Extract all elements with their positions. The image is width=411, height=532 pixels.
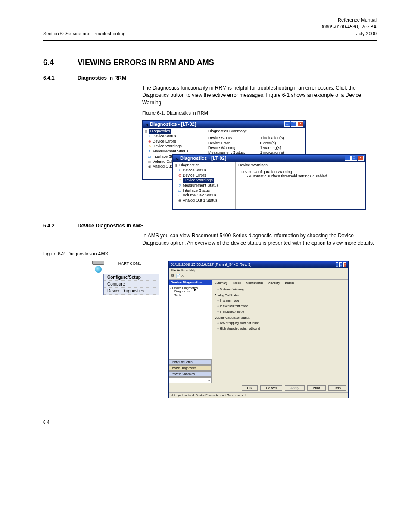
win1-title: Diagnostics - [LT-02] <box>150 121 196 127</box>
print-button[interactable]: Print <box>307 385 325 391</box>
ams-tabs[interactable]: Summary Failed Maintenance Advisory Deta… <box>215 281 346 284</box>
header-manual-title: Reference Manual <box>43 17 377 22</box>
diag-icon <box>174 163 178 168</box>
pointer-arrow <box>159 290 194 290</box>
tree-item[interactable]: Analog Out 1 Status <box>183 198 218 202</box>
tree-item[interactable]: Measurement Status <box>183 183 218 187</box>
minimize-button[interactable]: _ <box>336 262 338 267</box>
hart-com-label: HART COM1 <box>118 261 141 266</box>
ams-status-item: Low strapping point not found <box>217 320 346 326</box>
analog-out-icon <box>147 165 152 169</box>
close-button[interactable]: × <box>343 262 346 267</box>
help-button[interactable]: Help <box>328 385 346 391</box>
cancel-button[interactable]: Cancel <box>260 385 282 391</box>
nav-compare[interactable]: Compare <box>104 281 159 288</box>
error-icon <box>147 140 152 144</box>
win2-tree[interactable]: Diagnostics Device Status Device Errors … <box>173 162 236 209</box>
para2: In AMS you can view Rosemount 5400 Serie… <box>142 232 377 247</box>
ams-software-warning[interactable]: Software Warning <box>217 287 346 292</box>
ams-title-text: 01/19/2009 13:33:16.527 [Rsmnt_54xC Rev.… <box>171 262 251 267</box>
ams-tree-item[interactable]: Tools <box>170 293 210 297</box>
win2-title: Diagnostics - [LT-02] <box>180 156 226 161</box>
maximize-button[interactable]: □ <box>339 262 342 267</box>
summary-row: Device Warning:1 warning(s) <box>208 146 302 150</box>
apply-button[interactable]: Apply <box>285 385 305 391</box>
tree-item[interactable]: Device Status <box>153 134 177 138</box>
ams-group-analog-out: Analog Out Status <box>215 294 346 297</box>
ams-toolbar[interactable]: 🖶 📄 ⌂ <box>169 273 348 280</box>
minimize-button[interactable]: _ <box>284 121 290 127</box>
measurement-icon <box>147 149 152 154</box>
detail-title: Device Warnings: <box>238 163 363 167</box>
summary-row: Device Status:1 indication(s) <box>208 136 302 140</box>
header-doc-no: 00809-0100-4530, Rev BA <box>43 24 377 29</box>
tab-details[interactable]: Details <box>285 281 294 284</box>
ams-footer-buttons: OK Cancel Apply Print Help <box>169 383 348 392</box>
sub1-number: 6.4.1 <box>43 75 78 81</box>
info-icon <box>177 168 182 173</box>
tab-maintenance[interactable]: Maintenance <box>246 281 263 284</box>
detail-line: - Device Configuration Warning <box>238 170 363 174</box>
ams-btn-collapse[interactable]: ≡ <box>169 377 212 383</box>
ams-explorer-nav: HART COM1 Configure/Setup Compare Device… <box>90 261 159 290</box>
ams-left-tree[interactable]: ▫ Device Diagnostics Diagnostics Tools <box>169 285 212 359</box>
fig2-caption: Figure 6-2. Diagnostics in AMS <box>43 251 377 256</box>
maximize-button[interactable]: □ <box>351 156 357 161</box>
diag-icon <box>145 123 149 127</box>
ams-btn-configure[interactable]: Configure/Setup <box>169 359 212 365</box>
diag-icon <box>175 157 179 161</box>
maximize-button[interactable]: □ <box>291 121 297 127</box>
tree-item-selected[interactable]: Device Warnings <box>183 178 214 183</box>
summary-row: Device Error:0 error(s) <box>208 141 302 146</box>
nav-device-diagnostics[interactable]: Device Diagnostics <box>104 288 159 295</box>
error-icon <box>177 174 182 178</box>
tree-item[interactable]: Device Errors <box>183 173 206 177</box>
win2-titlebar[interactable]: Diagnostics - [LT-02] _ □ × <box>173 155 365 162</box>
ams-status-item: In multidrop mode <box>217 309 346 315</box>
win2-detail-pane: Device Warnings: - Device Configuration … <box>236 162 365 209</box>
ams-titlebar[interactable]: 01/19/2009 13:33:16.527 [Rsmnt_54xC Rev.… <box>169 261 348 268</box>
rrm-diag-detail-window: Diagnostics - [LT-02] _ □ × Diagnostics … <box>172 154 366 210</box>
tree-item[interactable]: Device Status <box>183 168 207 172</box>
interface-icon <box>147 155 152 159</box>
header-date: July 2009 <box>356 31 377 36</box>
sub1-title: Diagnostics in RRM <box>78 75 126 81</box>
minimize-button[interactable]: _ <box>345 156 351 161</box>
close-button[interactable]: × <box>297 121 303 127</box>
tree-root[interactable]: Diagnostics <box>149 129 171 134</box>
volume-icon <box>177 193 182 198</box>
page-number: 6-4 <box>43 420 377 425</box>
ams-left-header: Device Diagnostics <box>169 280 212 285</box>
tree-root[interactable]: Diagnostics <box>179 163 199 167</box>
ams-status-bar: Not synchronized: Device Parameters not … <box>169 392 348 398</box>
ams-btn-diagnostics[interactable]: Device Diagnostics <box>169 365 212 371</box>
sub2-number: 6.4.2 <box>43 223 78 229</box>
ams-btn-process-vars[interactable]: Process Variables <box>169 371 212 377</box>
tree-item[interactable]: Measurement Status <box>153 149 188 153</box>
warning-icon <box>177 178 182 183</box>
tree-item[interactable]: Device Errors <box>153 139 176 143</box>
ams-status-item: In alarm mode <box>217 298 346 304</box>
device-icon <box>95 266 102 273</box>
ams-menu-bar[interactable]: File Actions Help <box>169 268 348 273</box>
ams-status-item: High strapping point not found <box>217 326 346 332</box>
tree-item[interactable]: Volume Calc Status <box>183 193 217 197</box>
ams-content-pane: Summary Failed Maintenance Advisory Deta… <box>212 280 348 383</box>
ams-window: 01/19/2009 13:33:16.527 [Rsmnt_54xC Rev.… <box>168 261 349 398</box>
tab-failed[interactable]: Failed <box>233 281 241 284</box>
volume-icon <box>147 160 152 164</box>
section-number: 6.4 <box>43 58 78 67</box>
ams-group-volume-calc: Volume Calculation Status <box>215 316 346 319</box>
ok-button[interactable]: OK <box>242 385 258 391</box>
tab-summary[interactable]: Summary <box>215 281 227 284</box>
section-title: VIEWING ERRORS IN RRM AND AMS <box>78 58 214 67</box>
win1-titlebar[interactable]: Diagnostics - [LT-02] _ □ × <box>143 121 305 128</box>
tree-item[interactable]: Interface Status <box>183 188 210 193</box>
info-icon <box>147 134 152 139</box>
tree-item[interactable]: Device Warnings <box>153 144 182 148</box>
tab-advisory[interactable]: Advisory <box>268 281 280 284</box>
nav-configure-setup[interactable]: Configure/Setup <box>104 274 159 281</box>
close-button[interactable]: × <box>358 156 364 161</box>
detail-subline: - Automatic surface threshold settings d… <box>247 174 363 178</box>
hart-modem-icon <box>92 261 104 265</box>
